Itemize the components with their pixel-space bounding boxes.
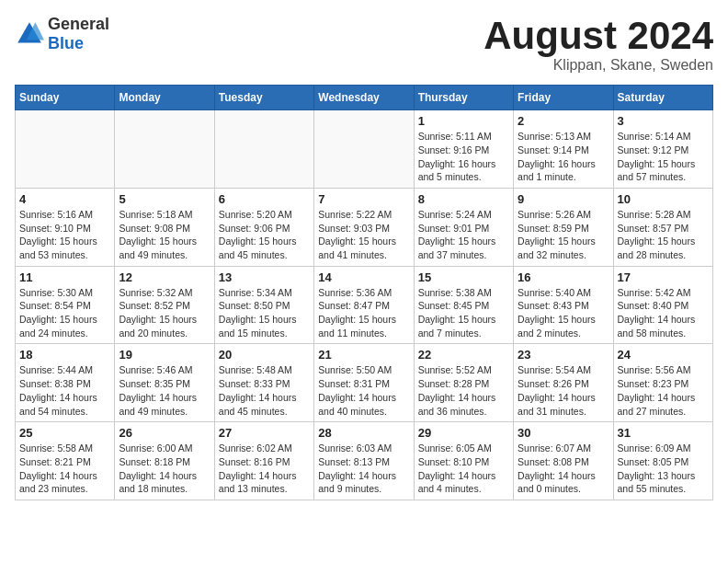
calendar-cell [214, 110, 313, 189]
day-info: Sunrise: 5:44 AM Sunset: 8:38 PM Dayligh… [19, 363, 110, 418]
logo-icon [15, 19, 44, 49]
calendar-cell: 21Sunrise: 5:50 AM Sunset: 8:31 PM Dayli… [314, 344, 414, 422]
calendar-cell: 26Sunrise: 6:00 AM Sunset: 8:18 PM Dayli… [115, 422, 214, 500]
calendar-cell: 13Sunrise: 5:34 AM Sunset: 8:50 PM Dayli… [214, 266, 313, 344]
location: Klippan, Skane, Sweden [483, 57, 713, 74]
day-info: Sunrise: 6:02 AM Sunset: 8:16 PM Dayligh… [219, 442, 310, 496]
calendar-week-row: 11Sunrise: 5:30 AM Sunset: 8:54 PM Dayli… [16, 266, 713, 344]
day-header-sunday: Sunday [16, 86, 115, 110]
day-number: 20 [219, 348, 310, 362]
calendar-cell: 28Sunrise: 6:03 AM Sunset: 8:13 PM Dayli… [314, 422, 414, 500]
calendar-cell: 3Sunrise: 5:14 AM Sunset: 9:12 PM Daylig… [613, 110, 712, 189]
day-number: 26 [119, 426, 210, 440]
day-number: 18 [19, 348, 110, 362]
calendar-cell: 29Sunrise: 6:05 AM Sunset: 8:10 PM Dayli… [414, 422, 513, 500]
day-number: 16 [518, 270, 609, 284]
day-info: Sunrise: 5:30 AM Sunset: 8:54 PM Dayligh… [19, 286, 110, 340]
day-info: Sunrise: 6:07 AM Sunset: 8:08 PM Dayligh… [518, 442, 609, 496]
day-header-wednesday: Wednesday [314, 86, 414, 110]
day-number: 11 [19, 270, 110, 284]
calendar-cell: 18Sunrise: 5:44 AM Sunset: 8:38 PM Dayli… [16, 344, 115, 422]
day-info: Sunrise: 5:54 AM Sunset: 8:26 PM Dayligh… [518, 363, 609, 418]
day-number: 14 [318, 270, 409, 284]
calendar-cell: 10Sunrise: 5:28 AM Sunset: 8:57 PM Dayli… [613, 188, 712, 266]
day-info: Sunrise: 6:03 AM Sunset: 8:13 PM Dayligh… [318, 442, 409, 496]
day-number: 13 [219, 270, 310, 284]
calendar-cell: 8Sunrise: 5:24 AM Sunset: 9:01 PM Daylig… [414, 188, 513, 266]
day-info: Sunrise: 5:36 AM Sunset: 8:47 PM Dayligh… [318, 286, 409, 340]
calendar-week-row: 4Sunrise: 5:16 AM Sunset: 9:10 PM Daylig… [16, 188, 713, 266]
day-info: Sunrise: 5:22 AM Sunset: 9:03 PM Dayligh… [318, 208, 409, 262]
day-number: 12 [119, 270, 210, 284]
day-info: Sunrise: 5:52 AM Sunset: 8:28 PM Dayligh… [418, 363, 509, 418]
calendar-cell: 16Sunrise: 5:40 AM Sunset: 8:43 PM Dayli… [514, 266, 613, 344]
calendar-cell [115, 110, 214, 189]
day-number: 2 [518, 114, 609, 128]
day-info: Sunrise: 5:16 AM Sunset: 9:10 PM Dayligh… [19, 208, 110, 262]
calendar-week-row: 1Sunrise: 5:11 AM Sunset: 9:16 PM Daylig… [16, 110, 713, 189]
day-number: 27 [219, 426, 310, 440]
page-header: General Blue August 2024 Klippan, Skane,… [15, 15, 713, 74]
day-info: Sunrise: 5:46 AM Sunset: 8:35 PM Dayligh… [119, 363, 210, 418]
day-number: 3 [618, 114, 709, 128]
day-header-thursday: Thursday [414, 86, 513, 110]
day-header-monday: Monday [115, 86, 214, 110]
day-info: Sunrise: 5:58 AM Sunset: 8:21 PM Dayligh… [19, 442, 110, 496]
calendar-cell: 23Sunrise: 5:54 AM Sunset: 8:26 PM Dayli… [514, 344, 613, 422]
day-number: 17 [618, 270, 709, 284]
day-info: Sunrise: 5:11 AM Sunset: 9:16 PM Dayligh… [418, 130, 509, 184]
day-info: Sunrise: 5:28 AM Sunset: 8:57 PM Dayligh… [618, 208, 709, 262]
day-number: 1 [418, 114, 509, 128]
day-info: Sunrise: 5:26 AM Sunset: 8:59 PM Dayligh… [518, 208, 609, 262]
day-info: Sunrise: 5:20 AM Sunset: 9:06 PM Dayligh… [219, 208, 310, 262]
calendar-header-row: SundayMondayTuesdayWednesdayThursdayFrid… [16, 86, 713, 110]
day-info: Sunrise: 5:42 AM Sunset: 8:40 PM Dayligh… [618, 286, 709, 340]
day-number: 21 [318, 348, 409, 362]
day-number: 23 [518, 348, 609, 362]
month-title: August 2024 [483, 15, 713, 57]
day-number: 10 [618, 192, 709, 206]
day-number: 24 [618, 348, 709, 362]
calendar-table: SundayMondayTuesdayWednesdayThursdayFrid… [15, 85, 713, 500]
day-number: 15 [418, 270, 509, 284]
day-info: Sunrise: 5:40 AM Sunset: 8:43 PM Dayligh… [518, 286, 609, 340]
calendar-cell: 24Sunrise: 5:56 AM Sunset: 8:23 PM Dayli… [613, 344, 712, 422]
day-number: 19 [119, 348, 210, 362]
day-info: Sunrise: 6:00 AM Sunset: 8:18 PM Dayligh… [119, 442, 210, 496]
calendar-week-row: 25Sunrise: 5:58 AM Sunset: 8:21 PM Dayli… [16, 422, 713, 500]
day-number: 31 [618, 426, 709, 440]
title-block: August 2024 Klippan, Skane, Sweden [483, 15, 713, 74]
day-info: Sunrise: 5:14 AM Sunset: 9:12 PM Dayligh… [618, 130, 709, 184]
day-header-friday: Friday [514, 86, 613, 110]
calendar-cell: 15Sunrise: 5:38 AM Sunset: 8:45 PM Dayli… [414, 266, 513, 344]
calendar-cell: 30Sunrise: 6:07 AM Sunset: 8:08 PM Dayli… [514, 422, 613, 500]
day-number: 4 [19, 192, 110, 206]
day-info: Sunrise: 5:32 AM Sunset: 8:52 PM Dayligh… [119, 286, 210, 340]
calendar-cell: 14Sunrise: 5:36 AM Sunset: 8:47 PM Dayli… [314, 266, 414, 344]
day-number: 6 [219, 192, 310, 206]
calendar-cell [16, 110, 115, 189]
calendar-cell: 27Sunrise: 6:02 AM Sunset: 8:16 PM Dayli… [214, 422, 313, 500]
day-number: 28 [318, 426, 409, 440]
calendar-cell: 7Sunrise: 5:22 AM Sunset: 9:03 PM Daylig… [314, 188, 414, 266]
calendar-cell: 1Sunrise: 5:11 AM Sunset: 9:16 PM Daylig… [414, 110, 513, 189]
calendar-cell: 6Sunrise: 5:20 AM Sunset: 9:06 PM Daylig… [214, 188, 313, 266]
calendar-cell: 4Sunrise: 5:16 AM Sunset: 9:10 PM Daylig… [16, 188, 115, 266]
day-number: 22 [418, 348, 509, 362]
logo: General Blue [15, 15, 109, 53]
calendar-cell: 2Sunrise: 5:13 AM Sunset: 9:14 PM Daylig… [514, 110, 613, 189]
day-number: 7 [318, 192, 409, 206]
day-number: 25 [19, 426, 110, 440]
calendar-cell: 31Sunrise: 6:09 AM Sunset: 8:05 PM Dayli… [613, 422, 712, 500]
logo-text: General Blue [48, 15, 109, 53]
day-info: Sunrise: 5:48 AM Sunset: 8:33 PM Dayligh… [219, 363, 310, 418]
day-header-saturday: Saturday [613, 86, 712, 110]
day-number: 9 [518, 192, 609, 206]
calendar-cell: 25Sunrise: 5:58 AM Sunset: 8:21 PM Dayli… [16, 422, 115, 500]
calendar-cell: 12Sunrise: 5:32 AM Sunset: 8:52 PM Dayli… [115, 266, 214, 344]
calendar-week-row: 18Sunrise: 5:44 AM Sunset: 8:38 PM Dayli… [16, 344, 713, 422]
day-info: Sunrise: 5:38 AM Sunset: 8:45 PM Dayligh… [418, 286, 509, 340]
calendar-cell: 17Sunrise: 5:42 AM Sunset: 8:40 PM Dayli… [613, 266, 712, 344]
calendar-cell: 5Sunrise: 5:18 AM Sunset: 9:08 PM Daylig… [115, 188, 214, 266]
day-info: Sunrise: 5:34 AM Sunset: 8:50 PM Dayligh… [219, 286, 310, 340]
